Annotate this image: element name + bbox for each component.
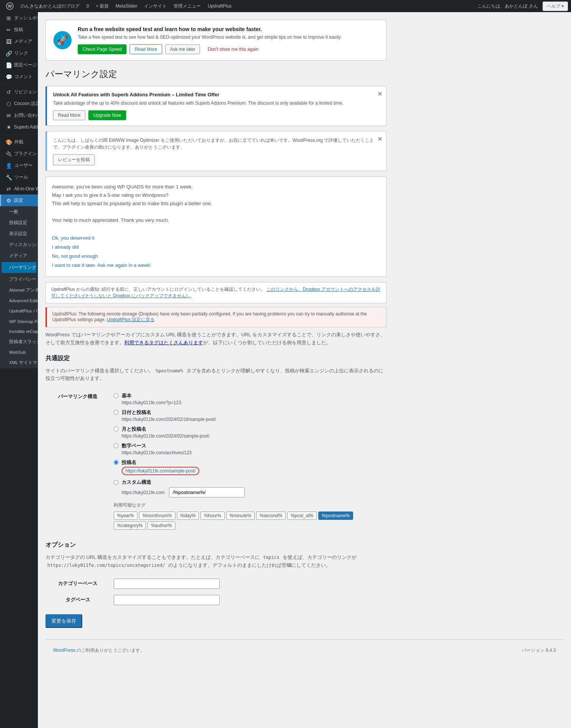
- sidebar-item-users[interactable]: 👤 ユーザー: [0, 160, 38, 171]
- updraft-notice-1: UpdraftPlus からの通知: 続行する前に、正しいアカウントにログインし…: [45, 282, 386, 303]
- adminbar-updraftplus[interactable]: UpdraftPlus: [205, 0, 235, 12]
- permalink-radio-date[interactable]: [114, 410, 119, 415]
- page-title: パーマリンク設定: [45, 68, 386, 80]
- sidebar-item-contact[interactable]: ✉ お問い合わせ: [0, 110, 38, 121]
- category-base-input[interactable]: [114, 579, 220, 589]
- common-settings-title: 共通設定: [45, 355, 386, 362]
- sidebar-item-plugins[interactable]: 🔌 プラグイン: [0, 148, 38, 160]
- tag-button[interactable]: %category%: [114, 521, 146, 530]
- permalink-radio-postname[interactable]: [114, 460, 119, 465]
- sidebar-item-revisions[interactable]: ↺ リビジョン: [0, 86, 38, 98]
- tag-base-input[interactable]: [114, 595, 220, 605]
- superb-notice: ✕ Unlock All Features with Superb Addons…: [45, 86, 386, 126]
- sidebar-sub-websub[interactable]: WebSub: [0, 347, 38, 357]
- sidebar-sub-permalink[interactable]: パーマリンク: [2, 262, 36, 273]
- sidebar-item-superb[interactable]: ★ Superb Addons: [0, 121, 38, 133]
- settings-icon: ⚙: [6, 198, 12, 204]
- dashboard-icon: ⊞: [6, 15, 12, 21]
- ask-later-button[interactable]: Ask me later: [165, 44, 200, 54]
- quads-link-deserved[interactable]: Ok, you deserved it: [52, 234, 380, 242]
- appearance-icon: 🎨: [6, 139, 12, 145]
- sidebar-item-media[interactable]: 🖼 メディア: [0, 36, 38, 47]
- permalink-radio-month[interactable]: [114, 427, 119, 431]
- sidebar-item-cocoon[interactable]: ⬡ Cocoon 設定: [0, 98, 38, 110]
- sidebar-sub-privacy[interactable]: プライバシー: [0, 274, 38, 285]
- sidebar-sub-media[interactable]: メディア: [0, 250, 38, 261]
- tag-base-row: タグベース: [45, 592, 386, 608]
- sidebar-item-appearance[interactable]: 🎨 外観: [0, 136, 38, 148]
- contact-icon: ✉: [6, 113, 12, 119]
- sidebar-sub-akismet[interactable]: Akismet アンチスパム: [0, 285, 38, 296]
- ewww-notice-actions: レビューを投稿: [53, 154, 380, 165]
- adminbar-new[interactable]: + 新規: [93, 0, 112, 12]
- tag-button[interactable]: %hour%: [200, 511, 224, 520]
- help-button[interactable]: ヘルプ ▾: [543, 2, 568, 11]
- sidebar-sub-display[interactable]: 表示設定: [0, 228, 38, 239]
- sidebar-sub-advanced-editor[interactable]: Advanced Editor Tools: [0, 296, 38, 306]
- tag-button[interactable]: %monthnum%: [139, 511, 175, 520]
- sidebar-item-posts[interactable]: ✏ 投稿: [0, 24, 38, 36]
- adminbar-site-name[interactable]: のんきなあかとんぼのブログ: [17, 0, 83, 12]
- sidebar-submenu: 一般 投稿設定 表示設定 ディスカッション メディア パーマリンク プライバシー…: [0, 206, 38, 368]
- adminbar-metaslider[interactable]: MetaSlider: [113, 0, 140, 12]
- tag-button[interactable]: %second%: [256, 511, 286, 520]
- permalink-radio-basic[interactable]: [114, 393, 119, 398]
- permalink-option-date: 日付と投稿名 https://luky011fe.com/2024/02/16/…: [114, 409, 386, 422]
- version-text: バージョン 6.4.3: [522, 647, 556, 654]
- adminbar-admin-menu[interactable]: 管理メニュー: [171, 0, 204, 12]
- dont-show-button[interactable]: Don't show me this again: [203, 44, 263, 54]
- custom-structure-input[interactable]: [169, 487, 245, 497]
- adminbar-notifications[interactable]: 0: [83, 0, 92, 12]
- category-base-label: カテゴリーベース: [45, 576, 114, 592]
- sidebar-item-dashboard[interactable]: ⊞ ダッシュボード: [0, 12, 38, 24]
- permalink-option-month: 月と投稿名 https://luky011fe.com/2024/02/samp…: [114, 426, 386, 439]
- upgrade-now-button[interactable]: Upgrade Now: [88, 110, 126, 120]
- available-tags-link[interactable]: 利用できるタグはたくさんあります: [124, 340, 203, 345]
- sidebar-item-settings[interactable]: ⚙ 設定: [0, 195, 38, 206]
- save-changes-button[interactable]: 変更を保存: [45, 614, 82, 628]
- tag-button[interactable]: %author%: [147, 521, 175, 530]
- tag-button[interactable]: %postname%: [318, 511, 353, 520]
- sidebar-sub-general[interactable]: 一般: [0, 206, 38, 217]
- tag-button[interactable]: %day%: [177, 511, 199, 520]
- permalink-radio-numeric[interactable]: [114, 443, 119, 448]
- sidebar-sub-xml[interactable]: XML サイトマップ: [0, 357, 38, 368]
- permalink-label: パーマリンク構造: [45, 389, 114, 533]
- revisions-icon: ↺: [6, 89, 12, 95]
- ewww-notice-close[interactable]: ✕: [377, 135, 382, 143]
- superb-read-more-button[interactable]: Read More: [53, 110, 85, 120]
- tag-button[interactable]: %post_id%: [287, 511, 317, 520]
- sidebar-sub-posts[interactable]: 投稿設定: [0, 217, 38, 228]
- page-footer: WordPress のご利用ありがとうございます。 バージョン 6.4.3: [45, 639, 563, 661]
- wordpress-link[interactable]: WordPress: [53, 648, 75, 653]
- permalink-radio-custom[interactable]: [114, 480, 119, 485]
- adminbar-insights[interactable]: インサイト: [141, 0, 170, 12]
- pages-icon: 📄: [6, 62, 12, 68]
- sidebar-item-pages[interactable]: 📄 固定ページ: [0, 59, 38, 71]
- sidebar-item-comments[interactable]: 💬 コメント: [0, 71, 38, 83]
- tag-button[interactable]: %year%: [114, 511, 138, 520]
- posts-icon: ✏: [6, 27, 12, 33]
- tag-button[interactable]: %minute%: [226, 511, 255, 520]
- media-icon: 🖼: [6, 39, 12, 45]
- quads-link-no[interactable]: No, not good enough: [52, 252, 380, 260]
- quads-link-later[interactable]: I want to rate it later. Ask me again in…: [52, 261, 380, 270]
- sidebar-item-links[interactable]: 🔗 リンク: [0, 47, 38, 59]
- tag-buttons: %year%%monthnum%%day%%hour%%minute%%seco…: [114, 511, 386, 530]
- speed-read-more-button[interactable]: Read More: [130, 44, 162, 54]
- ewww-review-button[interactable]: レビューを投稿: [53, 154, 95, 165]
- sidebar-sub-discussion[interactable]: ディスカッション: [0, 239, 38, 250]
- available-tags-label: 利用可能なタグ: [114, 502, 145, 508]
- sidebar-item-tools[interactable]: 🔧 ツール: [0, 171, 38, 183]
- sidebar-item-allinone[interactable]: ⇄ All-in-One WP Migration: [0, 183, 38, 195]
- check-page-speed-button[interactable]: Check Page Speed: [78, 44, 127, 54]
- permalink-option-postname: 投稿名 https://luky011fe.com/sample-post/: [114, 459, 386, 475]
- sidebar-sub-invisible[interactable]: Invisible reCaptcha: [0, 326, 38, 336]
- sidebar-sub-wp-sitemap[interactable]: WP Sitemap Page: [0, 317, 38, 326]
- superb-notice-close[interactable]: ✕: [377, 90, 382, 97]
- updraft-settings-link[interactable]: UpdraftPlus 設定に戻る: [107, 317, 155, 322]
- quads-link-already[interactable]: I already did: [52, 243, 380, 251]
- adminbar-wp-logo[interactable]: W: [3, 0, 17, 12]
- sidebar-sub-updraftplus[interactable]: UpdraftPlus バックアップ: [0, 306, 38, 317]
- sidebar-sub-slug[interactable]: 投稿者スラッグ編集: [0, 336, 38, 347]
